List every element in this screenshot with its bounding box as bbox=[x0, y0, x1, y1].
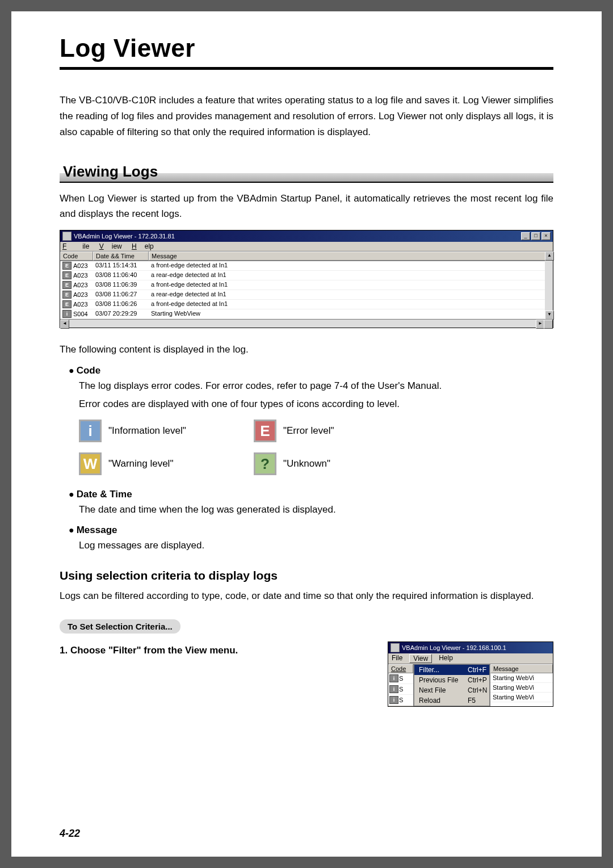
code-column: Code iSiSiS bbox=[388, 664, 414, 706]
level-legend: i "Information level" E "Error level" W … bbox=[79, 420, 553, 475]
datetime-body: The date and time when the log was gener… bbox=[79, 502, 553, 517]
table-row[interactable]: EA02303/08 11:06:40a rear-edge detected … bbox=[60, 271, 553, 280]
maximize-button[interactable]: □ bbox=[531, 232, 540, 240]
col-message[interactable]: Message bbox=[490, 664, 553, 673]
row-type-icon: i bbox=[62, 310, 72, 318]
page-title: Log Viewer bbox=[60, 34, 553, 62]
table-row[interactable]: EA02303/08 11:06:27a rear-edge detected … bbox=[60, 290, 553, 300]
resize-grip[interactable] bbox=[544, 320, 553, 329]
unknown-level-icon: ? bbox=[254, 452, 276, 475]
scroll-down-button[interactable]: ▼ bbox=[545, 311, 554, 320]
row-code: A023 bbox=[73, 291, 88, 298]
row-code: S bbox=[399, 675, 403, 682]
menu-item-label: Filter... bbox=[419, 666, 468, 674]
row-datetime: 03/11 15:14:31 bbox=[93, 261, 149, 271]
criteria-pill: To Set Selection Criteria... bbox=[60, 619, 180, 634]
error-level-label: "Error level" bbox=[283, 425, 334, 437]
row-message: a rear-edge detected at In1 bbox=[149, 290, 553, 300]
table-row[interactable]: EA02303/11 15:14:31a front-edge detected… bbox=[60, 261, 553, 271]
row-code: S004 bbox=[73, 311, 88, 317]
message-column: Message Starting WebViStarting WebViStar… bbox=[490, 664, 553, 706]
page: Log Viewer The VB-C10/VB-C10R includes a… bbox=[11, 11, 602, 857]
row-type-icon: i bbox=[389, 674, 398, 682]
menu-file[interactable]: File bbox=[392, 654, 402, 663]
table-row[interactable]: iS bbox=[388, 695, 413, 706]
row-code: S bbox=[399, 697, 403, 703]
menu-item[interactable]: Filter...Ctrl+F bbox=[414, 665, 489, 675]
menu-item[interactable]: Next FileCtrl+N bbox=[414, 685, 489, 695]
section-viewing-logs: Viewing Logs bbox=[60, 162, 553, 183]
row-message: a front-edge detected at In1 bbox=[149, 300, 553, 309]
row-datetime: 03/08 11:06:27 bbox=[93, 290, 149, 300]
row-datetime: 03/08 11:06:26 bbox=[93, 300, 149, 309]
title-rule bbox=[60, 67, 553, 70]
subsection-paragraph: Logs can be filtered according to type, … bbox=[60, 588, 553, 603]
code-body-1: The log displays error codes. For error … bbox=[79, 379, 553, 393]
row-type-icon: E bbox=[62, 291, 72, 299]
row-type-icon: E bbox=[62, 281, 72, 289]
table-row[interactable]: iS bbox=[388, 673, 413, 684]
app-icon bbox=[391, 643, 400, 652]
menu-item[interactable]: Previous FileCtrl+P bbox=[414, 675, 489, 685]
menu-item-accel: Ctrl+N bbox=[468, 686, 487, 694]
code-body-2: Error codes are displayed with one of fo… bbox=[79, 397, 553, 412]
row-code: A023 bbox=[73, 282, 88, 288]
info-level-icon: i bbox=[79, 420, 102, 442]
row-datetime: 03/08 11:06:39 bbox=[93, 280, 149, 290]
window-titlebar-2: VBAdmin Log Viewer - 192.168.100.1 bbox=[388, 642, 553, 653]
col-datetime[interactable]: Date && Time bbox=[93, 251, 149, 261]
app-icon bbox=[62, 232, 72, 241]
row-code: A023 bbox=[73, 272, 88, 279]
col-message[interactable]: Message bbox=[149, 251, 553, 261]
close-button[interactable]: × bbox=[541, 232, 551, 240]
scrollbar-vertical[interactable]: ▲ ▼ bbox=[545, 251, 553, 320]
row-message: a front-edge detected at In1 bbox=[149, 261, 553, 271]
menu-view[interactable]: View bbox=[99, 242, 122, 250]
row-message: a rear-edge detected at In1 bbox=[149, 271, 553, 280]
screenshot-view-menu: VBAdmin Log Viewer - 192.168.100.1 File … bbox=[388, 641, 553, 707]
menu-file[interactable]: File bbox=[62, 242, 89, 250]
subsection-selection-criteria: Using selection criteria to display logs bbox=[60, 569, 553, 582]
col-code[interactable]: Code bbox=[388, 664, 413, 673]
col-code[interactable]: Code bbox=[60, 251, 93, 261]
window-title: VBAdmin Log Viewer - 172.20.31.81 bbox=[74, 233, 175, 240]
row-code: A023 bbox=[73, 301, 88, 308]
menu-help[interactable]: Help bbox=[439, 654, 453, 663]
table-row[interactable]: iS00403/07 20:29:29Starting WebView bbox=[60, 309, 553, 319]
menubar-2: File View Help bbox=[388, 653, 553, 664]
section1-paragraph: When Log Viewer is started up from the V… bbox=[60, 191, 553, 221]
scroll-up-button[interactable]: ▲ bbox=[545, 251, 554, 261]
bullet-code: Code bbox=[69, 365, 553, 376]
row-message: Starting WebVi bbox=[490, 673, 553, 683]
scroll-left-button[interactable]: ◄ bbox=[60, 320, 69, 329]
menu-item-accel: F5 bbox=[468, 697, 485, 705]
menu-item-accel: Ctrl+F bbox=[468, 666, 486, 674]
row-message: Starting WebView bbox=[149, 309, 553, 319]
row-type-icon: i bbox=[389, 685, 398, 693]
page-number: 4-22 bbox=[60, 828, 80, 840]
table-row[interactable]: EA02303/08 11:06:39a front-edge detected… bbox=[60, 280, 553, 290]
scrollbar-horizontal[interactable]: ◄ ► bbox=[60, 319, 553, 328]
log-display-intro: The following content is displayed in th… bbox=[60, 342, 553, 357]
minimize-button[interactable]: _ bbox=[521, 232, 530, 240]
message-body: Log messages are displayed. bbox=[79, 538, 553, 553]
row-type-icon: E bbox=[62, 271, 72, 279]
warning-level-icon: W bbox=[79, 452, 102, 475]
menu-item-label: Previous File bbox=[419, 676, 468, 684]
row-message: Starting WebVi bbox=[490, 683, 553, 693]
step-1: 1. Choose "Filter" from the View menu. bbox=[60, 645, 238, 656]
bullet-message: Message bbox=[69, 525, 553, 536]
table-row[interactable]: EA02303/08 11:06:26a front-edge detected… bbox=[60, 300, 553, 309]
error-level-icon: E bbox=[254, 420, 276, 442]
row-type-icon: E bbox=[62, 300, 72, 308]
menu-item-accel: Ctrl+P bbox=[468, 676, 487, 684]
menubar: File View Help bbox=[60, 242, 553, 251]
table-row[interactable]: iS bbox=[388, 684, 413, 695]
menu-item[interactable]: ReloadF5 bbox=[414, 695, 489, 706]
bullet-datetime: Date & Time bbox=[69, 489, 553, 500]
table-header: Code Date && Time Message bbox=[60, 251, 553, 261]
row-message: a front-edge detected at In1 bbox=[149, 280, 553, 290]
menu-help[interactable]: Help bbox=[132, 242, 154, 250]
info-level-label: "Information level" bbox=[108, 425, 186, 437]
menu-view[interactable]: View bbox=[409, 654, 432, 663]
